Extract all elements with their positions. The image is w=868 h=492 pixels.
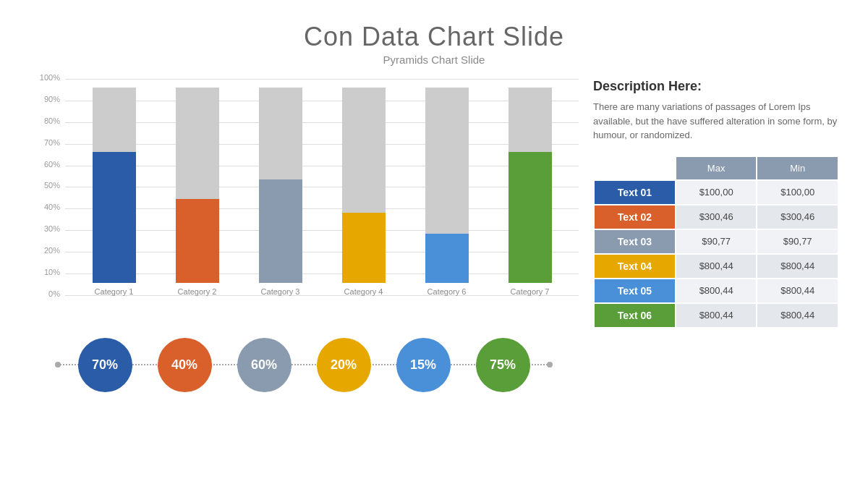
grid-label: 30% <box>33 224 60 233</box>
bar-group: Category 3 <box>252 88 310 296</box>
grid-label: 60% <box>33 160 60 169</box>
sub-title: Pyramids Chart Slide <box>29 54 839 66</box>
bar-top <box>509 88 552 152</box>
bar-top <box>259 88 302 179</box>
table-cell-label: Text 04 <box>595 255 675 278</box>
table-header-cell: Max <box>676 157 757 179</box>
description-title: Description Here: <box>593 79 839 94</box>
right-panel: Description Here: There are many variati… <box>593 79 839 328</box>
chart-section: 100%90%80%70%60%50%40%30%20%10%0% Catego… <box>29 79 579 397</box>
grid-label: 80% <box>33 116 60 125</box>
main-title: Con Data Chart Slide <box>29 22 839 52</box>
grid-label: 0% <box>33 289 60 298</box>
bar-stack <box>93 88 136 283</box>
bar-stack <box>176 88 219 283</box>
bar-category-label: Category 2 <box>178 287 217 296</box>
table-cell-min: $100,00 <box>757 181 838 204</box>
grid-label: 70% <box>33 138 60 147</box>
table-row: Text 04$800,44$800,44 <box>595 255 838 278</box>
bar-stack <box>509 88 552 283</box>
table-cell-min: $800,44 <box>757 279 838 302</box>
table-cell-label: Text 06 <box>595 304 675 327</box>
table-cell-label: Text 03 <box>595 230 675 253</box>
circle-item: 40% <box>158 338 212 392</box>
bar-group: Category 4 <box>335 88 393 296</box>
table-cell-min: $90,77 <box>757 230 838 253</box>
grid-label: 50% <box>33 181 60 190</box>
bar-group: Category 7 <box>501 88 559 296</box>
table-cell-label: Text 05 <box>595 279 675 302</box>
content-area: 100%90%80%70%60%50%40%30%20%10%0% Catego… <box>29 79 839 397</box>
description-text: There are many variations of passages of… <box>593 100 839 143</box>
bar-top <box>342 88 386 213</box>
bar-main <box>509 152 552 283</box>
circle-item: 15% <box>396 338 451 392</box>
table-cell-max: $800,44 <box>676 255 757 278</box>
bar-group: Category 2 <box>169 88 226 296</box>
bar-stack <box>259 88 302 283</box>
circles-row: 70%40%60%20%15%75% <box>29 338 579 392</box>
table-cell-max: $800,44 <box>676 304 757 327</box>
table-cell-max: $100,00 <box>676 181 757 204</box>
table-row: Text 03$90,77$90,77 <box>595 230 838 253</box>
bar-group: Category 1 <box>85 88 143 296</box>
table-cell-max: $800,44 <box>676 279 757 302</box>
circle-item: 70% <box>78 338 132 392</box>
circle-item: 75% <box>476 338 530 392</box>
table-cell-min: $300,46 <box>757 205 838 229</box>
table-cell-max: $90,77 <box>676 230 757 253</box>
table-cell-min: $800,44 <box>757 304 838 327</box>
grid-label: 10% <box>33 268 60 276</box>
table-row: Text 06$800,44$800,44 <box>595 304 838 327</box>
bar-main <box>93 152 136 283</box>
data-table: MaxMin Text 01$100,00$100,00Text 02$300,… <box>593 156 839 328</box>
table-row: Text 01$100,00$100,00 <box>595 181 838 204</box>
circles-section: 70%40%60%20%15%75% <box>29 332 579 397</box>
circle-item: 20% <box>317 338 371 392</box>
table-cell-min: $800,44 <box>757 255 838 278</box>
slide-header: Con Data Chart Slide Pyramids Chart Slid… <box>29 22 839 66</box>
table-cell-label: Text 02 <box>595 205 675 229</box>
bar-top <box>425 88 469 234</box>
grid-label: 100% <box>33 73 60 82</box>
bar-main <box>259 179 302 283</box>
bar-main <box>342 213 386 283</box>
bar-category-label: Category 1 <box>95 287 134 296</box>
bar-category-label: Category 4 <box>344 287 383 296</box>
circle-item: 60% <box>237 338 292 392</box>
bar-main <box>425 234 469 283</box>
bar-stack <box>342 88 386 283</box>
table-cell-label: Text 01 <box>595 181 675 204</box>
bar-category-label: Category 7 <box>511 287 550 296</box>
bar-top <box>93 88 136 152</box>
grid-label: 20% <box>33 246 60 255</box>
bar-stack <box>425 88 469 283</box>
table-row: Text 02$300,46$300,46 <box>595 205 838 229</box>
slide: Con Data Chart Slide Pyramids Chart Slid… <box>0 0 868 492</box>
table-cell-max: $300,46 <box>676 205 757 229</box>
bar-main <box>176 199 219 283</box>
bar-category-label: Category 6 <box>427 287 467 296</box>
bar-chart: 100%90%80%70%60%50%40%30%20%10%0% Catego… <box>29 79 579 318</box>
bar-group: Category 6 <box>418 88 476 296</box>
bar-top <box>176 88 219 199</box>
table-header-cell: Min <box>757 157 838 179</box>
table-row: Text 05$800,44$800,44 <box>595 279 838 302</box>
bar-category-label: Category 3 <box>261 287 300 296</box>
grid-label: 90% <box>33 95 60 103</box>
bars-area: Category 1Category 2Category 3Category 4… <box>65 79 579 296</box>
table-header-cell <box>595 157 675 179</box>
grid-label: 40% <box>33 203 60 211</box>
